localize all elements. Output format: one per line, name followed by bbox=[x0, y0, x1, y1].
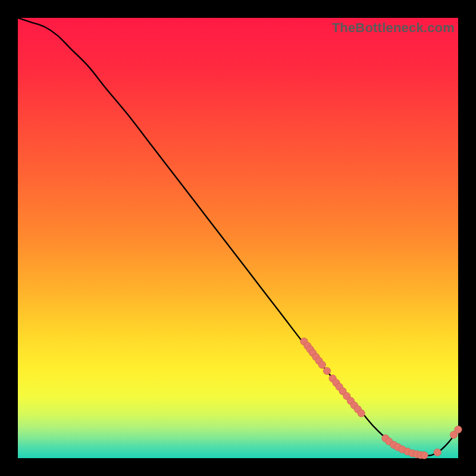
data-dot bbox=[455, 426, 462, 433]
watermark-text: TheBottleneck.com bbox=[332, 20, 455, 36]
data-dot bbox=[421, 452, 428, 459]
bottleneck-curve bbox=[18, 18, 458, 456]
data-dots bbox=[300, 338, 462, 459]
data-dot bbox=[358, 409, 365, 416]
chart-svg bbox=[18, 18, 458, 458]
plot-area: TheBottleneck.com bbox=[18, 18, 458, 458]
data-dot bbox=[318, 361, 325, 368]
data-dot bbox=[434, 449, 441, 456]
chart-frame: TheBottleneck.com bbox=[0, 0, 476, 476]
data-dot bbox=[323, 367, 330, 374]
